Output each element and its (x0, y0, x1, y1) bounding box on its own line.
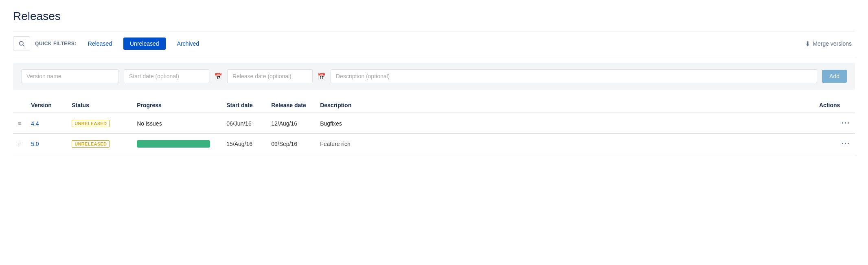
toolbar-left: QUICK FILTERS: Released Unreleased Archi… (13, 36, 206, 51)
search-icon (18, 40, 25, 47)
actions-menu-button[interactable]: ··· (842, 119, 850, 127)
page-title: Releases (13, 10, 855, 23)
start-date-cell: 15/Aug/16 (221, 134, 266, 154)
release-date-input[interactable] (227, 69, 313, 83)
svg-line-1 (23, 45, 24, 46)
col-progress-header: Progress (132, 98, 221, 113)
start-date-cell: 06/Jun/16 (221, 113, 266, 134)
filter-released-button[interactable]: Released (81, 38, 118, 50)
svg-point-0 (20, 42, 23, 45)
col-releasedate-header: Release date (266, 98, 315, 113)
col-actions-header: Actions (814, 98, 855, 113)
version-name-input[interactable] (21, 69, 119, 83)
actions-menu-button[interactable]: ··· (842, 139, 850, 148)
search-box[interactable] (13, 36, 30, 51)
quick-filters-label: QUICK FILTERS: (35, 41, 77, 46)
merge-icon: ⬇ (805, 40, 810, 48)
version-link[interactable]: 5.0 (31, 141, 39, 147)
col-startdate-header: Start date (221, 98, 266, 113)
col-description-header: Description (315, 98, 814, 113)
col-status-header: Status (67, 98, 132, 113)
add-version-form: 📅 📅 Add (13, 63, 855, 90)
col-drag-header (13, 98, 26, 113)
progress-bar (137, 140, 210, 148)
release-date-cell: 12/Aug/16 (266, 113, 315, 134)
col-version-header: Version (26, 98, 67, 113)
table-body: ≡4.4UNRELEASEDNo issues06/Jun/1612/Aug/1… (13, 113, 855, 154)
description-cell: Bugfixes (315, 113, 814, 134)
start-date-calendar-icon[interactable]: 📅 (214, 73, 222, 80)
drag-handle[interactable]: ≡ (18, 120, 21, 127)
filter-unreleased-button[interactable]: Unreleased (123, 38, 166, 50)
release-date-cell: 09/Sep/16 (266, 134, 315, 154)
progress-text: No issues (137, 120, 162, 127)
merge-versions-label: Merge versions (813, 40, 852, 47)
table-row: ≡5.0UNRELEASED 15/Aug/1609/Sep/16Feature… (13, 134, 855, 154)
version-link[interactable]: 4.4 (31, 120, 39, 127)
toolbar: QUICK FILTERS: Released Unreleased Archi… (13, 31, 855, 56)
start-date-input[interactable] (124, 69, 209, 83)
release-date-calendar-icon[interactable]: 📅 (318, 73, 326, 80)
releases-table: Version Status Progress Start date Relea… (13, 98, 855, 154)
status-badge: UNRELEASED (72, 140, 110, 148)
status-badge: UNRELEASED (72, 120, 110, 127)
filter-archived-button[interactable]: Archived (171, 38, 206, 50)
progress-bar-fill (137, 140, 210, 148)
table-row: ≡4.4UNRELEASEDNo issues06/Jun/1612/Aug/1… (13, 113, 855, 134)
add-version-button[interactable]: Add (822, 70, 847, 83)
description-cell: Feature rich (315, 134, 814, 154)
drag-handle[interactable]: ≡ (18, 141, 21, 147)
description-input[interactable] (331, 69, 817, 83)
merge-versions-button[interactable]: ⬇ Merge versions (802, 38, 855, 49)
table-header-row: Version Status Progress Start date Relea… (13, 98, 855, 113)
